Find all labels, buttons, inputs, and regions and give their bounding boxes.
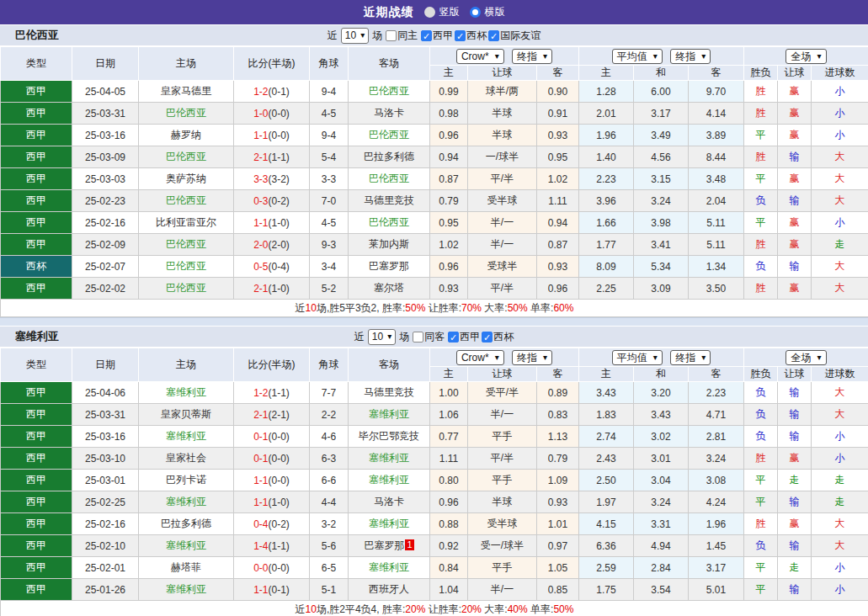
- avg-home: 2.74: [579, 426, 634, 448]
- away-team[interactable]: 巴伦西亚: [349, 125, 430, 146]
- league-filter[interactable]: ✓西甲: [421, 29, 453, 43]
- avg-draw: 3.04: [634, 470, 689, 491]
- away-team[interactable]: 巴伦西亚: [349, 212, 430, 234]
- odds-home: 0.99: [430, 81, 468, 103]
- home-team[interactable]: 塞维利亚: [139, 579, 234, 601]
- same-side-checkbox[interactable]: [413, 332, 423, 343]
- home-team[interactable]: 比利亚雷亚尔: [139, 212, 234, 234]
- home-team[interactable]: 巴伦西亚: [139, 190, 234, 212]
- away-team[interactable]: 巴伦西亚: [349, 168, 430, 190]
- bookmaker-select[interactable]: Crow*▾: [456, 350, 504, 365]
- away-team[interactable]: 塞维利亚: [349, 557, 430, 579]
- home-team[interactable]: 巴伦西亚: [139, 103, 234, 125]
- team-block-sevilla: 近 10 ▾ 场 同客 ✓西甲✓西杯 塞维利亚 类型 日期 主场 比分(半: [0, 326, 868, 616]
- home-team[interactable]: 赫塔菲: [139, 557, 234, 579]
- home-team[interactable]: 奥萨苏纳: [139, 168, 234, 190]
- away-team[interactable]: 巴伦西亚: [349, 81, 430, 103]
- away-team[interactable]: 巴塞罗那1: [349, 535, 430, 557]
- match-count-value: 10: [345, 29, 356, 41]
- match-row: 西甲25-03-03奥萨苏纳3-3(3-2)3-3巴伦西亚0.87平/半1.02…: [1, 168, 868, 190]
- away-team[interactable]: 塞维利亚: [349, 513, 430, 535]
- same-side-filter[interactable]: 同主: [386, 29, 418, 43]
- match-count-select[interactable]: 10 ▾: [368, 329, 396, 345]
- corners: 9-3: [310, 234, 349, 256]
- goals-result: 大: [812, 190, 868, 212]
- summary-segment: 10: [306, 603, 317, 615]
- home-team[interactable]: 皇家贝蒂斯: [139, 404, 234, 426]
- league-checkbox[interactable]: ✓: [448, 332, 459, 343]
- result: 负: [744, 382, 778, 404]
- handicap-result: 输: [778, 382, 812, 404]
- avg-draw: 3.09: [634, 278, 689, 300]
- half-time-score: (0-2): [269, 518, 290, 530]
- half-time-score: (0-0): [269, 108, 290, 119]
- match-row: 西甲25-03-01巴列卡诺1-1(0-0)6-6塞维利亚0.80平手1.092…: [1, 470, 868, 491]
- layout-radio-horizontal[interactable]: 横版: [470, 5, 505, 19]
- home-team[interactable]: 皇家社会: [139, 448, 234, 470]
- away-team[interactable]: 塞维利亚: [349, 404, 430, 426]
- summary-row: 近10场,胜2平4负4, 胜率:20% 让胜率:20% 大率:40% 单率:50…: [1, 601, 868, 616]
- league-checkbox[interactable]: ✓: [482, 332, 493, 343]
- chevron-down-icon: ▾: [495, 353, 499, 362]
- away-team[interactable]: 马德里竞技: [349, 382, 430, 404]
- goals-result: 大: [812, 278, 868, 300]
- final-odds-select[interactable]: 终指▾: [670, 350, 711, 365]
- home-team[interactable]: 皇家马德里: [139, 81, 234, 103]
- chevron-down-icon: ▾: [817, 353, 821, 362]
- home-team[interactable]: 塞维利亚: [139, 382, 234, 404]
- league-filter[interactable]: ✓西杯: [455, 29, 487, 43]
- away-team[interactable]: 马德里竞技: [349, 190, 430, 212]
- odds-home: 1.06: [430, 404, 468, 426]
- away-team[interactable]: 马洛卡: [349, 491, 430, 513]
- home-team[interactable]: 巴伦西亚: [139, 278, 234, 300]
- handicap-result: 输: [778, 256, 812, 278]
- radio-unselected-icon[interactable]: [424, 7, 435, 18]
- full-match-select[interactable]: 全场▾: [785, 350, 826, 365]
- average-select[interactable]: 平均值▾: [612, 350, 663, 365]
- average-select[interactable]: 平均值▾: [612, 49, 663, 64]
- match-row: 西甲25-03-31巴伦西亚1-0(0-0)4-5马洛卡0.98半球0.912.…: [1, 103, 868, 125]
- away-team[interactable]: 巴拉多利德: [349, 146, 430, 168]
- same-side-checkbox[interactable]: [386, 30, 397, 41]
- away-team[interactable]: 巴塞罗那: [349, 256, 430, 278]
- match-count-select[interactable]: 10 ▾: [341, 28, 369, 44]
- match-date: 25-03-31: [72, 404, 139, 426]
- results-table: 类型 日期 主场 比分(半场) 角球 客场 Crow*▾ 终指▾ 平均值▾ 终指…: [0, 348, 868, 616]
- full-time-score: 0-1: [253, 453, 268, 465]
- away-team[interactable]: 塞维利亚: [349, 448, 430, 470]
- home-team[interactable]: 塞维利亚: [139, 426, 234, 448]
- away-team[interactable]: 塞维利亚: [349, 470, 430, 491]
- home-team[interactable]: 塞维利亚: [139, 491, 234, 513]
- away-team[interactable]: 马洛卡: [349, 103, 430, 125]
- full-match-select[interactable]: 全场▾: [785, 49, 826, 64]
- home-team[interactable]: 巴伦西亚: [139, 256, 234, 278]
- league-filter[interactable]: ✓西杯: [482, 330, 514, 344]
- away-team[interactable]: 莱加内斯: [349, 234, 430, 256]
- home-team[interactable]: 巴拉多利德: [139, 513, 234, 535]
- home-team[interactable]: 赫罗纳: [139, 125, 234, 146]
- home-team[interactable]: 巴伦西亚: [139, 146, 234, 168]
- away-team[interactable]: 西班牙人: [349, 579, 430, 601]
- home-team[interactable]: 巴伦西亚: [139, 234, 234, 256]
- home-team[interactable]: 塞维利亚: [139, 535, 234, 557]
- final-odds-select[interactable]: 终指▾: [512, 350, 552, 365]
- final-odds-select[interactable]: 终指▾: [512, 49, 552, 64]
- home-team[interactable]: 巴列卡诺: [139, 470, 234, 491]
- league-filter[interactable]: ✓西甲: [448, 330, 480, 344]
- final-odds-select[interactable]: 终指▾: [670, 49, 711, 64]
- bookmaker-select[interactable]: Crow*▾: [456, 49, 504, 64]
- radio-vertical-label: 竖版: [439, 5, 460, 19]
- same-side-filter[interactable]: 同客: [413, 330, 445, 344]
- away-team[interactable]: 塞尔塔: [349, 278, 430, 300]
- radio-selected-icon[interactable]: [470, 7, 481, 18]
- layout-radio-vertical[interactable]: 竖版: [424, 5, 460, 19]
- team-bar: 近 10 ▾ 场 同客 ✓西甲✓西杯 塞维利亚: [0, 326, 868, 348]
- match-row: 西甲25-04-06塞维利亚1-2(1-1)7-7马德里竞技1.00受平/半0.…: [1, 382, 868, 404]
- league-checkbox[interactable]: ✓: [488, 30, 499, 41]
- league-filter[interactable]: ✓国际友谊: [488, 29, 541, 43]
- league-checkbox[interactable]: ✓: [421, 30, 432, 41]
- half-time-score: (2-1): [269, 409, 290, 421]
- league-checkbox[interactable]: ✓: [455, 30, 466, 41]
- avg-home: 2.25: [579, 278, 634, 300]
- away-team[interactable]: 毕尔巴鄂竞技: [349, 426, 430, 448]
